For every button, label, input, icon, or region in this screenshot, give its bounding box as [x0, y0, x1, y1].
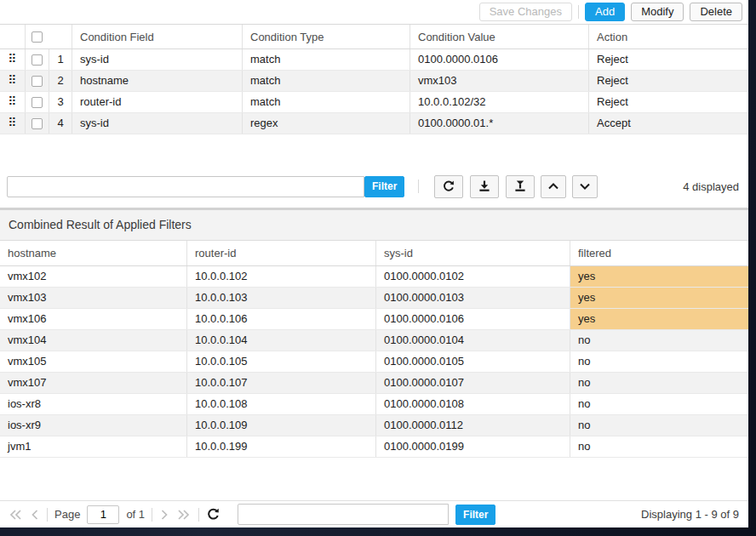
result-row[interactable]: vmx10310.0.0.1030100.0000.0103yes [0, 288, 748, 309]
filtered-cell: no [570, 436, 748, 457]
upload-button[interactable] [506, 175, 535, 198]
sys-id-cell: 0100.0000.0103 [376, 288, 570, 308]
result-row[interactable]: ios-xr910.0.0.1090100.0000.0112no [0, 415, 748, 436]
row-checkbox-cell [26, 49, 49, 70]
page-label: Page [54, 508, 80, 521]
filtered-cell: yes [570, 288, 748, 308]
download-button[interactable] [470, 175, 499, 198]
row-checkbox[interactable] [32, 76, 43, 87]
next-page-button[interactable] [159, 508, 169, 522]
sys-id-cell: 0100.0000.0106 [376, 309, 570, 329]
last-page-button[interactable] [176, 508, 192, 522]
condition-value-cell: vmx103 [410, 71, 589, 91]
result-row[interactable]: vmx10510.0.0.1050100.0000.0105no [0, 351, 748, 373]
download-icon [478, 180, 491, 193]
drag-handle-icon[interactable]: ⠿ [0, 49, 26, 70]
drag-handle-icon[interactable]: ⠿ [0, 71, 26, 91]
delete-button[interactable]: Delete [690, 3, 742, 21]
condition-field-cell: sys-id [72, 113, 243, 134]
condition-type-cell: regex [243, 113, 410, 134]
row-number: 4 [49, 113, 72, 134]
chevron-up-icon [547, 180, 560, 193]
filter-toolbar-divider [418, 180, 419, 193]
router-id-cell: 10.0.0.104 [187, 330, 376, 351]
save-changes-button[interactable]: Save Changes [479, 3, 572, 21]
result-row[interactable]: vmx10210.0.0.1020100.0000.0102yes [0, 266, 748, 288]
condition-value-cell: 10.0.0.102/32 [410, 92, 589, 112]
upload-icon [513, 180, 527, 193]
toolbar-divider [578, 5, 579, 19]
router-id-cell: 10.0.0.106 [187, 309, 376, 329]
row-checkbox[interactable] [32, 118, 43, 129]
hostname-cell: ios-xr9 [0, 415, 187, 436]
hostname-cell: vmx103 [0, 288, 187, 308]
result-row[interactable]: vmx10710.0.0.1070100.0000.0107no [0, 373, 748, 394]
condition-field-cell: hostname [72, 71, 243, 91]
hostname-cell: vmx106 [0, 309, 187, 329]
pagination-divider [152, 508, 152, 522]
page-number-input[interactable] [87, 505, 119, 524]
conditions-filter-input[interactable] [7, 176, 364, 197]
router-id-cell: 10.0.0.102 [187, 266, 376, 287]
conditions-table-body: ⠿1sys-idmatch0100.0000.0106Reject⠿2hostn… [0, 49, 748, 134]
router-id-cell: 10.0.0.109 [187, 415, 376, 436]
select-all-checkbox[interactable] [32, 31, 43, 43]
results-table-header: hostname router-id sys-id filtered [0, 241, 748, 266]
displayed-count: 4 displayed [683, 180, 742, 193]
row-checkbox[interactable] [32, 54, 43, 66]
actions-toolbar: Save Changes Add Modify Delete [0, 0, 748, 24]
router-id-cell: 10.0.0.105 [187, 351, 376, 372]
condition-field-cell: sys-id [72, 49, 243, 70]
result-row[interactable]: vmx10410.0.0.1040100.0000.0104no [0, 330, 748, 351]
move-up-button[interactable] [541, 175, 566, 198]
result-row[interactable]: vmx10610.0.0.1060100.0000.0106yes [0, 309, 748, 330]
filtered-cell: yes [570, 266, 748, 287]
app-window: Save Changes Add Modify Delete Condition… [0, 0, 756, 536]
pagination-bar: Page of 1 [0, 500, 748, 527]
refresh-icon [442, 180, 455, 193]
filtered-cell: no [570, 351, 748, 372]
router-id-cell: 10.0.0.103 [187, 288, 376, 308]
condition-row[interactable]: ⠿2hostnamematchvmx103Reject [0, 71, 748, 92]
filtered-cell: no [570, 330, 748, 351]
condition-row[interactable]: ⠿1sys-idmatch0100.0000.0106Reject [0, 49, 748, 71]
condition-field-cell: router-id [72, 92, 243, 112]
chevron-down-icon [578, 180, 592, 193]
refresh-icon [206, 507, 220, 522]
results-refresh-button[interactable] [206, 507, 220, 522]
results-filter-button[interactable]: Filter [455, 505, 495, 525]
sys-id-cell: 0100.0000.0107 [376, 373, 570, 393]
condition-row[interactable]: ⠿4sys-idregex0100.0000.01.*Accept [0, 113, 748, 134]
condition-type-cell: match [243, 49, 410, 70]
results-table-body: vmx10210.0.0.1020100.0000.0102yesvmx1031… [0, 266, 748, 458]
condition-value-cell: 0100.0000.0106 [410, 49, 589, 70]
condition-row[interactable]: ⠿3router-idmatch10.0.0.102/32Reject [0, 92, 748, 113]
add-button[interactable]: Add [585, 3, 625, 21]
drag-column-header [0, 25, 26, 48]
column-header-filtered: filtered [570, 241, 748, 265]
chevron-right-icon [159, 508, 169, 522]
hostname-cell: jvm1 [0, 436, 187, 457]
drag-handle-icon[interactable]: ⠿ [0, 92, 26, 112]
chevron-left-icon [30, 508, 40, 522]
double-chevron-left-icon [8, 508, 23, 522]
hostname-cell: ios-xr8 [0, 394, 187, 414]
result-row[interactable]: jvm110.0.0.1990100.0000.0199no [0, 436, 748, 458]
column-header-condition-type: Condition Type [243, 25, 410, 48]
row-number: 1 [49, 49, 72, 70]
modify-button[interactable]: Modify [631, 3, 684, 21]
drag-handle-icon[interactable]: ⠿ [0, 113, 26, 134]
condition-type-cell: match [243, 71, 410, 91]
row-checkbox-cell [26, 113, 49, 134]
move-down-button[interactable] [572, 175, 598, 198]
displaying-range: Displaying 1 - 9 of 9 [641, 508, 741, 521]
hostname-cell: vmx104 [0, 330, 187, 351]
refresh-button[interactable] [434, 175, 463, 198]
prev-page-button[interactable] [30, 508, 40, 522]
action-cell: Reject [589, 49, 748, 70]
row-checkbox[interactable] [32, 97, 43, 108]
conditions-filter-button[interactable]: Filter [364, 176, 404, 197]
result-row[interactable]: ios-xr810.0.0.1080100.0000.0108no [0, 394, 748, 415]
first-page-button[interactable] [8, 508, 23, 522]
results-filter-input[interactable] [238, 504, 449, 525]
